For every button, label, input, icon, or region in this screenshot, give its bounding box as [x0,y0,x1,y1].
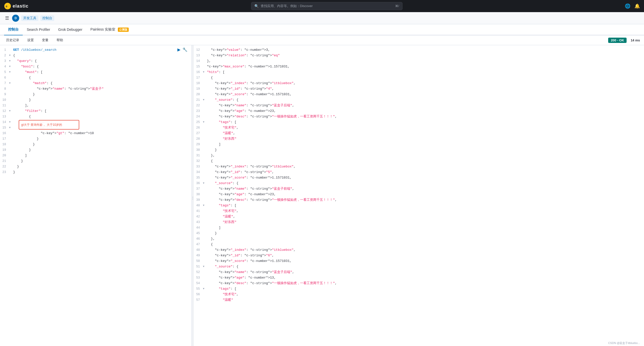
line-number: 18 [194,81,203,86]
table-row: 18 } [0,142,192,147]
fold-toggle[interactable]: ▼ [9,108,13,114]
table-row: 13 "c-key">"relation": "c-string">"eq" [194,53,644,58]
editor-panel: ▶ 🔧 1GET /itbluebox/_search2▼{3▼ "query"… [0,45,192,346]
fold-toggle[interactable]: ▼ [9,64,13,69]
line-content: ] [207,142,644,147]
fold-toggle[interactable]: ▼ [203,181,207,186]
fold-toggle[interactable]: ▼ [9,81,13,86]
table-row: 30 } [194,147,644,153]
line-content: ], [13,103,192,108]
line-number: 34 [194,169,203,175]
line-content: } [13,136,192,142]
fold-toggle[interactable]: ▼ [203,119,207,125]
tab-painless-lab[interactable]: Painless 实验室 公测版 [86,24,133,35]
line-content: "_source": { [207,181,644,186]
line-number: 31 [194,153,203,158]
elastic-logo: e elastic [4,3,29,10]
fold-toggle[interactable]: ▼ [9,53,13,58]
line-content: "c-key">"value": "c-number">3, [207,47,644,53]
line-content: "filter": [ [13,108,192,114]
line-number: 3 [0,58,9,64]
line-content: ] [207,225,644,231]
line-number: 52 [194,269,203,275]
table-row: 18 "c-key">"_index": "c-string">"itblueb… [194,81,644,86]
line-content: "_source": { [207,264,644,269]
top-navigation: e elastic 🔍 查找应用、内容等。例如：Discover ⌘/ 🌐 🔔 [0,0,644,12]
status-badge: 200 - OK [608,38,627,43]
tab-console[interactable]: 控制台 [4,24,23,35]
line-content: "tags": [ [207,119,644,125]
fold-toggle[interactable]: ▼ [203,264,207,269]
line-number: 54 [194,281,203,286]
line-number: 9 [0,92,9,97]
table-row: 37 "c-key">"name": "c-string">"蓝盒子前端", [194,186,644,192]
table-row: 29 ] [194,142,644,147]
code-editor[interactable]: 1GET /itbluebox/_search2▼{3▼ "query": {4… [0,45,192,177]
table-row: 53 "c-key">"age": "c-number">13, [194,275,644,281]
line-content: "tags": [ [207,286,644,292]
line-number: 25 [194,119,203,125]
table-row: 26 "技术宅", [194,125,644,131]
table-row: 21 } [0,158,192,164]
fold-toggle[interactable]: ▼ [9,119,13,125]
line-content: "c-key">"name": "c-string">"蓝盒子后端", [207,269,644,275]
global-search-bar[interactable]: 🔍 查找应用、内容等。例如：Discover ⌘/ [251,2,402,10]
fold-toggle[interactable]: ▼ [203,203,207,208]
line-number: 13 [194,53,203,58]
line-content: "c-key">"age": "c-number">23, [207,192,644,197]
fold-toggle[interactable]: ▼ [9,125,13,131]
table-row: 13 { [0,114,192,119]
search-shortcut: ⌘/ [395,4,399,8]
line-content: "温暖", [207,214,644,219]
table-row: 23} [0,169,192,175]
secondary-navigation: ☰ D 开发工具 控制台 [0,12,644,24]
line-number: 19 [194,86,203,92]
line-number: 1 [0,47,9,53]
table-row: 16 "c-key">"gt": "c-number">10 [0,131,192,136]
help-button[interactable]: 帮助 [55,37,65,43]
line-number: 28 [194,136,203,142]
wrench-button[interactable]: 🔧 [182,47,187,52]
fold-toggle[interactable]: ▼ [9,69,13,75]
table-row: 39 "c-key">"desc": "c-string">"一顿操作猛如虎，一… [194,197,644,203]
line-content: { [13,75,192,81]
resize-handle[interactable]: ⋮ [192,45,194,346]
fold-toggle[interactable]: ▼ [203,286,207,292]
tab-grok-debugger[interactable]: Grok Debugger [54,24,87,35]
line-number: 8 [0,86,9,92]
avatar-button[interactable]: D [12,15,19,22]
fold-toggle[interactable]: ▼ [203,97,207,103]
hamburger-menu-button[interactable]: ☰ [4,14,10,22]
globe-icon[interactable]: 🌐 [625,3,630,9]
table-row: 31 }, [194,153,644,158]
table-row: 51▼ "_source": { [194,264,644,269]
line-number: 49 [194,253,203,258]
line-content: "c-key">"_score": "c-number">1.1571031, [207,92,644,97]
history-button[interactable]: 历史记录 [4,37,21,43]
annotation-text: gt大于 查询年龄， 大于10岁的 [21,122,77,127]
fold-toggle[interactable]: ▼ [203,69,207,75]
dev-tools-tag[interactable]: 开发工具 [21,15,38,21]
line-number: 12 [0,108,9,114]
line-number: 30 [194,147,203,153]
line-number: 7 [0,81,9,86]
line-content: "_source": { [207,97,644,103]
table-row: 40▼ "tags": [ [194,203,644,208]
line-content: { [207,75,644,81]
table-row: 20 "c-key">"_score": "c-number">1.157103… [194,92,644,97]
line-number: 27 [194,131,203,136]
line-number: 4 [0,64,9,69]
settings-button[interactable]: 设置 [25,37,36,43]
console-tag[interactable]: 控制台 [40,15,54,21]
line-number: 14 [194,58,203,64]
table-row: 25▼ "tags": [ [194,119,644,125]
results-panel: 12 "c-key">"value": "c-number">3,13 "c-k… [194,45,644,346]
run-button[interactable]: ▶ [177,47,180,52]
table-row: 45 } [194,231,644,236]
bell-icon[interactable]: 🔔 [634,3,640,9]
variables-button[interactable]: 变量 [40,37,50,43]
table-row: 27 "温暖", [194,131,644,136]
line-number: 20 [194,92,203,97]
tab-search-profiler[interactable]: Search Profiler [23,24,54,35]
fold-toggle[interactable]: ▼ [9,58,13,64]
